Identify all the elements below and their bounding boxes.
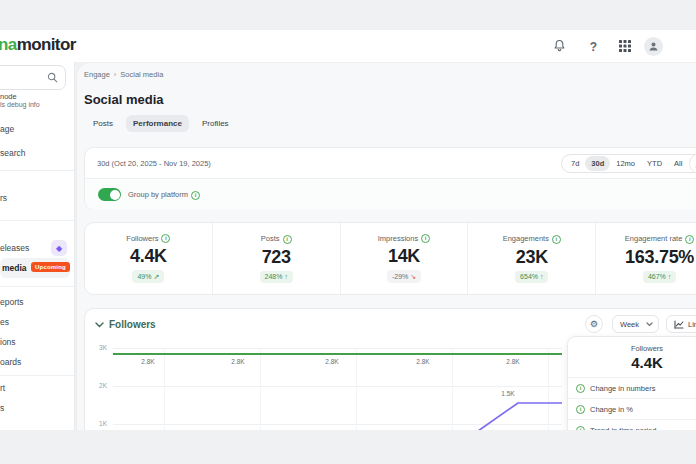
notifications-button[interactable] <box>551 38 568 55</box>
account-menu-button[interactable] <box>644 37 663 56</box>
stat-impressions[interactable]: Impressionsi 14K -29% ↘ <box>340 223 468 294</box>
sidebar-divider <box>0 170 74 171</box>
sidebar-item-releases[interactable]: eleases <box>0 243 29 253</box>
data-point-label: 2.8K <box>320 358 344 365</box>
breadcrumb-current: Social media <box>120 70 163 79</box>
gear-icon: ⚙ <box>590 319 598 329</box>
stat-value: 163.75% <box>625 247 694 268</box>
breadcrumb-engage[interactable]: Engage <box>84 70 110 79</box>
data-point-label: 2.8K <box>411 358 435 365</box>
apps-menu-button[interactable] <box>616 38 633 55</box>
tab-bar: Posts Performance Profiles <box>86 115 236 132</box>
help-icon: ? <box>590 40 597 54</box>
sidebar-item-rt[interactable]: rt <box>0 383 5 393</box>
change-badge: 248% ↑ <box>260 271 293 283</box>
info-icon[interactable]: i <box>421 234 430 243</box>
sidebar-item-label: ions <box>0 337 16 347</box>
chart-type-label: Line <box>688 320 696 329</box>
sidebar-item-label: es <box>0 317 9 327</box>
preset-7d[interactable]: 7d <box>565 156 585 171</box>
change-badge: 654% ↑ <box>515 271 548 283</box>
sidebar-item-sublabel: ls debug info <box>0 101 40 108</box>
chevron-down-icon <box>95 322 104 328</box>
sidebar-divider <box>0 286 74 287</box>
tooltip-row-change-percent[interactable]: i Change in % <box>568 398 696 419</box>
date-preset-control: 7d 30d 12mo YTD All <box>561 154 696 173</box>
interval-select[interactable]: Week <box>612 315 659 333</box>
preset-ytd[interactable]: YTD <box>641 156 668 171</box>
sidebar-item-label: media <box>2 263 27 273</box>
group-toggle-text: Group by platform <box>128 190 188 199</box>
tab-posts[interactable]: Posts <box>86 115 120 132</box>
sidebar-item-ions[interactable]: ions <box>0 337 16 347</box>
info-icon[interactable]: i <box>685 235 694 244</box>
stat-value: 723 <box>262 247 291 268</box>
logo-prefix: na <box>0 35 17 54</box>
sidebar-item-label: rs <box>0 193 7 203</box>
chart-section-header[interactable]: Followers <box>95 319 156 330</box>
info-icon: i <box>576 384 585 393</box>
stat-engagements[interactable]: Engagementsi 23K 654% ↑ <box>467 223 595 294</box>
stat-label: Followersi <box>126 234 170 244</box>
sidebar-item-boards[interactable]: oards <box>0 357 21 367</box>
stat-posts[interactable]: Postsi 723 248% ↑ <box>212 223 340 294</box>
info-icon[interactable]: i <box>552 235 561 244</box>
info-icon[interactable]: i <box>161 234 170 243</box>
sidebar-item-rs[interactable]: rs <box>0 193 7 203</box>
sidebar-item-label: oards <box>0 357 21 367</box>
tab-profiles[interactable]: Profiles <box>195 115 236 132</box>
gem-icon[interactable]: ◆ <box>51 240 67 256</box>
toggle-knob <box>110 190 120 200</box>
line-chart-icon <box>674 320 684 329</box>
sidebar-item-debug[interactable]: node ls debug info <box>0 92 40 108</box>
tooltip-row-change-numbers[interactable]: i Change in numbers <box>568 377 696 398</box>
trend-up-icon: ↑ <box>284 273 288 280</box>
stat-engagement-rate[interactable]: Engagement ratei 163.75% 467% ↑ <box>595 223 696 294</box>
bell-icon <box>553 38 566 56</box>
followers-series-green-line[interactable] <box>113 353 562 355</box>
app-logo[interactable]: namonitor <box>0 35 76 55</box>
group-by-platform-toggle[interactable] <box>98 188 121 201</box>
date-filter-card: 30d (Oct 20, 2025 - Nov 19, 2025) 7d 30d… <box>84 147 696 210</box>
help-button[interactable]: ? <box>585 38 602 55</box>
tooltip-row-label: Change in % <box>590 405 633 414</box>
sidebar-item-age[interactable]: age <box>0 124 14 134</box>
y-axis-tick: 1K <box>85 420 107 427</box>
sidebar-item-social-media[interactable]: media Upcoming <box>0 258 70 278</box>
sidebar-item-s[interactable]: s <box>0 403 4 413</box>
chart-settings-button[interactable]: ⚙ <box>585 315 603 333</box>
tab-performance[interactable]: Performance <box>126 115 189 132</box>
sidebar: node ls debug info age search rs eleases… <box>0 62 75 430</box>
stat-value: 23K <box>516 247 548 268</box>
y-axis-tick: 3K <box>85 344 107 351</box>
stat-followers[interactable]: Followersi 4.4K 49% ↗ <box>85 223 212 294</box>
sidebar-item-label: age <box>0 124 14 134</box>
grid-icon <box>619 38 631 56</box>
sidebar-item-es[interactable]: es <box>0 317 9 327</box>
letterbox-bottom <box>0 430 696 464</box>
sidebar-search-input[interactable] <box>0 65 66 90</box>
preset-12mo[interactable]: 12mo <box>610 156 641 171</box>
y-axis-tick: 2K <box>85 382 107 389</box>
info-icon[interactable]: i <box>283 235 292 244</box>
trend-up-icon: ↑ <box>668 273 672 280</box>
logo-suffix: monitor <box>17 35 76 54</box>
sidebar-item-search[interactable]: search <box>0 148 26 158</box>
date-row: 30d (Oct 20, 2025 - Nov 19, 2025) 7d 30d… <box>85 148 696 179</box>
tooltip-value: 4.4K <box>568 354 696 371</box>
sidebar-item-label: node <box>0 92 40 101</box>
preset-all[interactable]: All <box>668 156 688 171</box>
chart-type-button[interactable]: Line <box>666 315 696 333</box>
stat-label: Engagementsi <box>503 234 561 244</box>
app-header: namonitor ? <box>0 30 696 62</box>
change-badge: -29% ↘ <box>387 270 421 283</box>
interval-value: Week <box>620 320 639 329</box>
preset-30d[interactable]: 30d <box>585 156 610 171</box>
breadcrumb-separator: › <box>114 70 117 79</box>
group-toggle-row: Group by platformi <box>85 179 696 210</box>
date-range-label: 30d (Oct 20, 2025 - Nov 19, 2025) <box>97 159 211 168</box>
data-point-label: 1.5K <box>492 390 524 397</box>
sidebar-item-label: eports <box>0 297 24 307</box>
info-icon[interactable]: i <box>191 191 200 200</box>
sidebar-item-reports[interactable]: eports <box>0 297 24 307</box>
